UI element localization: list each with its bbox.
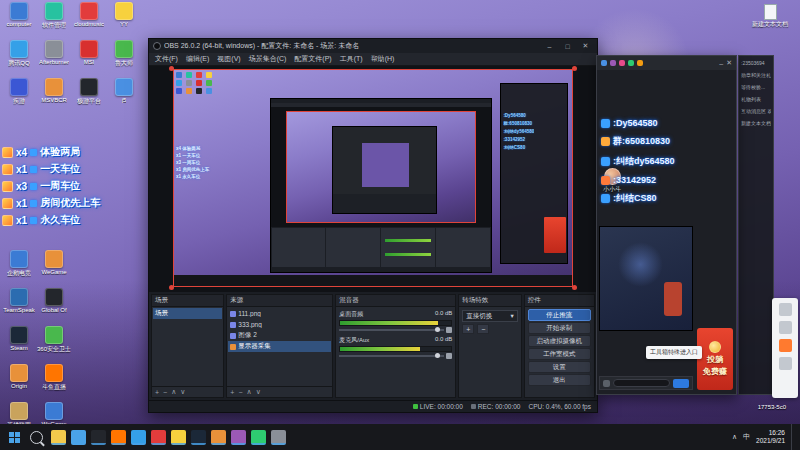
show-desktop-button[interactable] [791,424,795,450]
slider-knob[interactable] [435,353,440,358]
menu-item[interactable]: 视图(V) [217,54,240,64]
source-up-button[interactable]: ∧ [247,388,252,396]
search-icon[interactable] [30,431,43,444]
desktop-icon[interactable]: Steam [2,326,36,363]
control-button[interactable]: 退出 [528,374,591,386]
display-capture-source[interactable]: x4 体验两局x1 一天车位x3 一周车位x1 房间优先上车x1 永久车位 [173,69,573,287]
control-button[interactable]: 停止推流 [528,309,591,321]
tray-caret-icon[interactable]: ∧ [732,433,737,441]
companion-title-bar[interactable]: – ✕ [597,56,736,70]
control-button[interactable]: 开始录制 [528,322,591,334]
menu-item[interactable]: 帮助(H) [371,54,395,64]
control-button[interactable]: 工作室模式 [528,348,591,360]
taskbar-app-icon[interactable] [131,430,146,445]
desktop-icon[interactable]: MSVBCR [37,78,71,115]
speaker-icon[interactable] [446,327,452,333]
menu-item[interactable]: 配置文件(P) [294,54,331,64]
selection-handle[interactable] [572,66,577,71]
close-button[interactable]: ✕ [578,41,593,52]
taskbar-app-icon[interactable] [271,430,286,445]
add-transition-button[interactable]: + [462,324,474,334]
toolbox-item-icon[interactable] [779,321,792,334]
taskbar-app-icon[interactable] [231,430,246,445]
toolbox-highlight-icon[interactable] [779,339,792,352]
menu-item[interactable]: 场景集合(C) [249,54,287,64]
tool-icon[interactable] [637,60,643,66]
chat-message[interactable]: :33142952 [601,175,675,185]
menu-item[interactable]: 文件(F) [155,54,178,64]
transition-dropdown[interactable]: 直接切换 ▾ [462,310,517,322]
ime-indicator[interactable]: 中 [743,432,750,442]
close-icon[interactable]: ✕ [726,59,732,67]
taskbar-app-icon[interactable] [111,430,126,445]
desktop-icon[interactable]: 极游平台 [72,78,106,115]
control-button[interactable]: 设置 [528,361,591,373]
source-item[interactable]: 图像 2 [228,330,331,341]
tool-icon[interactable] [619,60,625,66]
desktop-icon[interactable]: 疾游 [2,78,36,115]
desktop-icon[interactable]: 鲁大师 [107,40,141,77]
taskbar-app-icon[interactable] [51,430,66,445]
volume-slider[interactable] [339,353,452,359]
desktop-icon[interactable]: MSI [72,40,106,77]
remove-transition-button[interactable]: − [477,324,489,334]
obs-title-bar[interactable]: OBS 26.0.2 (64-bit, windows) - 配置文件: 未命名… [149,39,597,53]
scene-down-button[interactable]: ∨ [180,388,185,396]
chat-message[interactable]: :Dy564580 [601,118,675,128]
taskbar-app-icon[interactable] [191,430,206,445]
desktop-icon[interactable]: Global Of [37,288,71,325]
add-source-button[interactable]: + [230,389,234,396]
speaker-icon[interactable] [446,353,452,359]
source-item[interactable]: 333.png [228,319,331,330]
menu-item[interactable]: 工具(T) [340,54,363,64]
tool-icon[interactable] [610,60,616,66]
source-item[interactable]: 111.png [228,308,331,319]
control-button[interactable]: 启动虚拟摄像机 [528,335,591,347]
desktop-icon[interactable]: TeamSpeak [2,288,36,325]
volume-slider[interactable] [339,327,452,333]
minimize-button[interactable]: – [542,41,557,52]
taskbar-app-icon[interactable] [71,430,86,445]
minimize-button[interactable]: – [719,60,723,67]
selection-handle[interactable] [572,285,577,290]
desktop-icon[interactable]: WeGame [37,250,71,287]
desktop-icon[interactable]: 软件管理 [37,2,71,39]
game-ad-panel[interactable] [599,226,693,331]
desktop-icon[interactable]: 企鹅电竞 [2,250,36,287]
chat-message[interactable]: 群:650810830 [601,135,675,148]
desktop-icon[interactable]: 腾讯QQ [2,40,36,77]
toolbox-item-icon[interactable] [779,357,792,370]
maximize-button[interactable]: □ [560,41,575,52]
selection-handle[interactable] [169,66,174,71]
source-down-button[interactable]: ∨ [256,388,261,396]
desktop-icon[interactable]: 斗鱼直播 [37,364,71,401]
desktop-icon[interactable]: Origin [2,364,36,401]
scene-item[interactable]: 场景 [153,308,222,319]
desktop-file-label[interactable]: 17753-5c0 [758,404,786,410]
send-button[interactable] [673,379,689,388]
desktop-icon-new-text-file[interactable]: 新建文本文档 [746,4,794,29]
selection-handle[interactable] [169,285,174,290]
free-gift-banner[interactable]: 投躺 免费赚 [697,328,733,390]
taskbar-app-icon[interactable] [211,430,226,445]
desktop-icon[interactable]: 360安全卫士 [37,326,71,363]
add-scene-button[interactable]: + [155,389,159,396]
chat-input[interactable] [613,379,670,387]
tool-icon[interactable] [628,60,634,66]
slider-knob[interactable] [435,327,440,332]
taskbar-app-icon[interactable] [91,430,106,445]
taskbar-app-icon[interactable] [151,430,166,445]
remove-source-button[interactable]: − [238,389,242,396]
tool-icon[interactable] [601,60,607,66]
toolbox-item-icon[interactable] [779,303,792,316]
remove-scene-button[interactable]: − [163,389,167,396]
emoji-icon[interactable] [603,380,610,387]
desktop-icon[interactable]: computer [2,2,36,39]
start-button[interactable] [0,424,28,450]
chat-message[interactable]: :纠结dy564580 [601,155,675,168]
desktop-icon[interactable]: Afterburner [37,40,71,77]
taskbar-app-icon[interactable] [171,430,186,445]
source-item[interactable]: 显示器采集 [228,341,331,352]
menu-item[interactable]: 编辑(E) [186,54,209,64]
desktop-icon[interactable]: j5 [107,78,141,115]
